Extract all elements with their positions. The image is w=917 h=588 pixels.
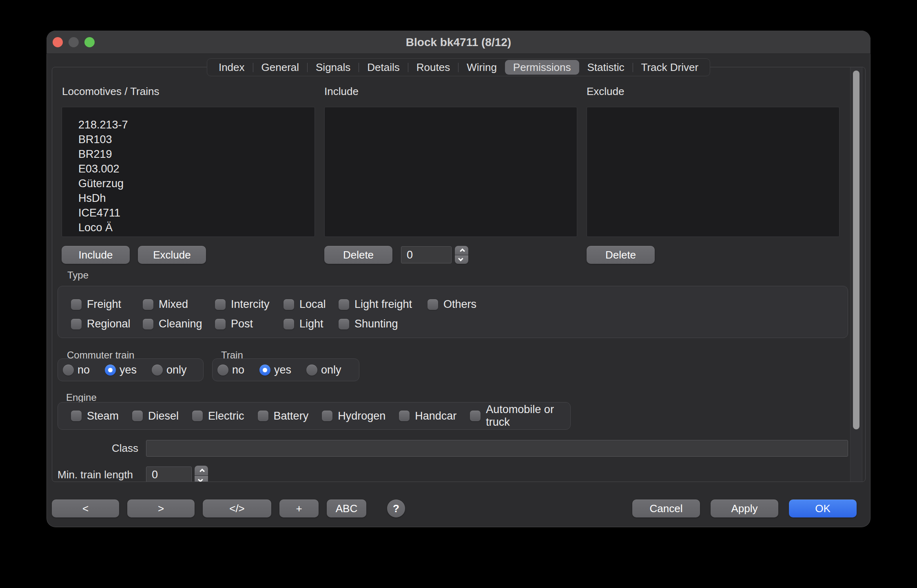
radio-label: no	[232, 364, 244, 376]
tab-general[interactable]: General	[253, 60, 308, 75]
radio-button-icon[interactable]	[105, 365, 116, 376]
include-count-field[interactable]: 0	[401, 246, 452, 263]
checkbox-electric[interactable]: Electric	[192, 410, 244, 422]
radio-train-no[interactable]: no	[217, 364, 244, 376]
add-button[interactable]: +	[279, 500, 319, 517]
checkbox-cleaning[interactable]: Cleaning	[143, 318, 215, 330]
scrollbar-thumb[interactable]	[853, 71, 859, 429]
checkbox-box-icon[interactable]	[215, 299, 226, 310]
checkbox-box-icon[interactable]	[339, 299, 349, 310]
train-group-box: noyesonly	[212, 358, 359, 381]
footer-help: ?	[387, 500, 405, 517]
tab-permissions[interactable]: Permissions	[505, 60, 579, 75]
include-button[interactable]: Include	[62, 246, 130, 264]
checkbox-box-icon[interactable]	[427, 299, 438, 310]
class-input[interactable]	[146, 440, 848, 457]
checkbox-automobile-or-truck[interactable]: Automobile or truck	[470, 403, 570, 429]
radio-train-only[interactable]: only	[306, 364, 341, 376]
radio-commuter-no[interactable]: no	[63, 364, 90, 376]
checkbox-freight[interactable]: Freight	[71, 298, 143, 311]
checkbox-box-icon[interactable]	[71, 411, 82, 421]
checkbox-light-freight[interactable]: Light freight	[339, 298, 427, 311]
checkbox-box-icon[interactable]	[132, 411, 143, 421]
prev-button[interactable]: <	[52, 500, 119, 517]
cancel-button[interactable]: Cancel	[632, 500, 700, 517]
apply-button[interactable]: Apply	[711, 500, 778, 517]
stepper-up-button[interactable]	[455, 246, 468, 255]
tab-statistic[interactable]: Statistic	[579, 60, 632, 75]
list-item[interactable]: 218.213-7	[78, 117, 315, 132]
checkbox-light[interactable]: Light	[284, 318, 339, 330]
type-checkbox-grid: FreightMixedIntercityLocalLight freightO…	[58, 286, 848, 330]
radio-train-yes[interactable]: yes	[259, 364, 291, 376]
tab-details[interactable]: Details	[359, 60, 408, 75]
checkbox-box-icon[interactable]	[192, 411, 203, 421]
checkbox-post[interactable]: Post	[215, 318, 284, 330]
checkbox-label: Light	[299, 318, 323, 330]
radio-commuter-only[interactable]: only	[152, 364, 187, 376]
scrollbar-track[interactable]	[850, 67, 862, 482]
radio-button-icon[interactable]	[152, 365, 163, 376]
checkbox-box-icon[interactable]	[215, 319, 226, 329]
checkbox-steam[interactable]: Steam	[71, 410, 119, 422]
checkbox-box-icon[interactable]	[71, 319, 82, 329]
checkbox-shunting[interactable]: Shunting	[339, 318, 427, 330]
stepper-down-button[interactable]	[195, 475, 208, 482]
stepper-up-button[interactable]	[195, 466, 208, 475]
checkbox-box-icon[interactable]	[322, 411, 332, 421]
tab-index[interactable]: Index	[210, 60, 253, 75]
code-button[interactable]: </>	[203, 500, 271, 517]
checkbox-label: Diesel	[148, 410, 179, 422]
delete-exclude-button[interactable]: Delete	[587, 246, 655, 264]
list-item[interactable]: Güterzug	[78, 176, 315, 191]
min-train-length-field[interactable]: 0	[146, 466, 192, 482]
checkbox-box-icon[interactable]	[399, 411, 410, 421]
list-item[interactable]: ICE4711	[78, 206, 315, 220]
checkbox-box-icon[interactable]	[258, 411, 268, 421]
radio-button-icon[interactable]	[217, 365, 228, 376]
checkbox-box-icon[interactable]	[284, 299, 294, 310]
next-button[interactable]: >	[127, 500, 195, 517]
radio-button-icon[interactable]	[259, 365, 270, 376]
checkbox-diesel[interactable]: Diesel	[132, 410, 179, 422]
checkbox-regional[interactable]: Regional	[71, 318, 143, 330]
minimize-button[interactable]	[69, 37, 79, 47]
exclude-button[interactable]: Exclude	[138, 246, 206, 264]
list-item[interactable]: BR103	[78, 132, 315, 147]
checkbox-mixed[interactable]: Mixed	[143, 298, 215, 311]
list-item[interactable]: HsDh	[78, 191, 315, 206]
tab-track-driver[interactable]: Track Driver	[633, 60, 707, 75]
ok-button[interactable]: OK	[789, 500, 857, 517]
radio-button-icon[interactable]	[63, 365, 74, 376]
locomotives-list[interactable]: 218.213-7BR103BR219E03.002GüterzugHsDhIC…	[62, 107, 315, 237]
zoom-button[interactable]	[84, 37, 95, 47]
list-item[interactable]: E03.002	[78, 161, 315, 176]
checkbox-handcar[interactable]: Handcar	[399, 410, 456, 422]
checkbox-local[interactable]: Local	[284, 298, 339, 311]
exclude-list[interactable]	[587, 107, 839, 237]
checkbox-box-icon[interactable]	[339, 319, 349, 329]
help-button[interactable]: ?	[387, 500, 405, 517]
list-item[interactable]: BR219	[78, 147, 315, 161]
checkbox-box-icon[interactable]	[71, 299, 82, 310]
tab-wiring[interactable]: Wiring	[458, 60, 505, 75]
checkbox-others[interactable]: Others	[427, 298, 848, 311]
checkbox-battery[interactable]: Battery	[258, 410, 309, 422]
stepper-down-button[interactable]	[455, 255, 468, 264]
delete-include-button[interactable]: Delete	[324, 246, 392, 264]
tab-routes[interactable]: Routes	[408, 60, 458, 75]
list-item[interactable]: Loco Ä	[78, 220, 315, 235]
checkbox-box-icon[interactable]	[284, 319, 294, 329]
checkbox-hydrogen[interactable]: Hydrogen	[322, 410, 385, 422]
include-list[interactable]	[324, 107, 577, 237]
checkbox-box-icon[interactable]	[143, 319, 153, 329]
radio-commuter-yes[interactable]: yes	[105, 364, 137, 376]
tab-signals[interactable]: Signals	[308, 60, 359, 75]
checkbox-intercity[interactable]: Intercity	[215, 298, 284, 311]
abc-button[interactable]: ABC	[327, 500, 366, 517]
checkbox-box-icon[interactable]	[143, 299, 153, 310]
radio-label: yes	[120, 364, 137, 376]
close-button[interactable]	[53, 37, 63, 47]
radio-button-icon[interactable]	[306, 365, 317, 376]
checkbox-box-icon[interactable]	[470, 411, 481, 421]
